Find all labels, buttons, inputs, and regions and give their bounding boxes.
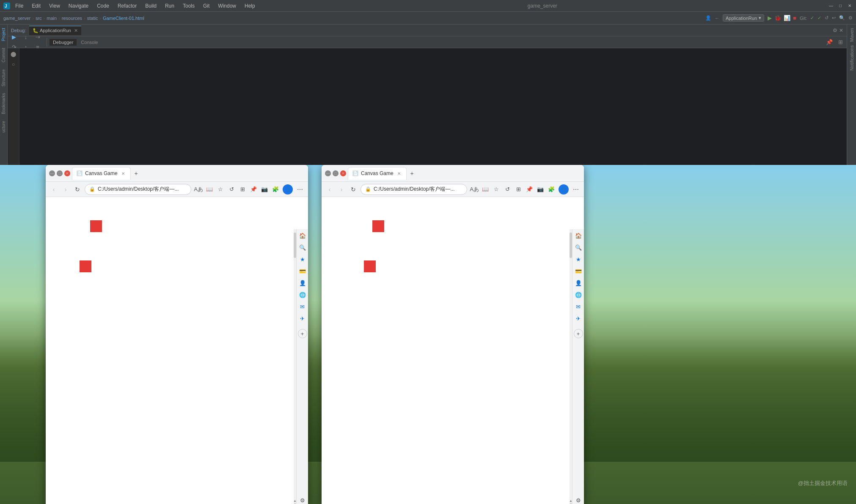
menu-code[interactable]: Code xyxy=(95,2,111,10)
browser-menu-left[interactable]: ⋯ xyxy=(295,185,305,194)
sidebar-ucture[interactable]: ucture xyxy=(0,118,7,136)
git-undo[interactable]: ↩ xyxy=(832,15,836,21)
browser-sidebar-search-right[interactable]: 🔍 xyxy=(574,243,583,252)
browser-sidebar-mail-right[interactable]: ✉ xyxy=(574,302,583,311)
browser-sidebar-globe-left[interactable]: 🌐 xyxy=(298,290,307,299)
tab-debugger[interactable]: Debugger xyxy=(50,39,77,46)
browser-scrollbar-right[interactable] xyxy=(570,229,572,504)
forward-arrow-right[interactable]: › xyxy=(337,185,346,194)
split-view-icon-right[interactable]: ⊞ xyxy=(514,185,523,194)
back-arrow-right[interactable]: ‹ xyxy=(325,185,334,194)
browser-max-left[interactable]: □ xyxy=(57,170,63,176)
screenshot-icon-left[interactable]: 📷 xyxy=(260,185,269,194)
breadcrumb-static[interactable]: static xyxy=(87,16,98,21)
stop-button[interactable]: ■ xyxy=(793,15,796,21)
browser-sidebar-chat-left[interactable]: ✈ xyxy=(298,314,307,323)
browser-sidebar-home-right[interactable]: 🏠 xyxy=(574,231,583,240)
profile-avatar-right[interactable]: 👤 xyxy=(559,184,569,194)
pin-tab-button[interactable]: 📌 xyxy=(825,38,834,47)
breadcrumb-project[interactable]: game_server xyxy=(3,16,30,21)
browser-close-left[interactable]: ✕ xyxy=(64,170,70,176)
browser-sidebar-chat-right[interactable]: ✈ xyxy=(574,314,583,323)
coverage-button[interactable]: 📊 xyxy=(784,15,790,21)
browser-sidebar-user-right[interactable]: 👤 xyxy=(574,278,583,288)
extension-icon-left[interactable]: 🧩 xyxy=(271,185,280,194)
breadcrumb-resources[interactable]: resources xyxy=(62,16,82,21)
favorites-icon-left[interactable]: ☆ xyxy=(216,185,225,194)
menu-run[interactable]: Run xyxy=(163,2,176,10)
browser-sidebar-settings-right[interactable]: ⚙ xyxy=(574,496,583,504)
browser-sidebar-home-left[interactable]: 🏠 xyxy=(298,231,307,240)
breadcrumb-main[interactable]: main xyxy=(47,16,57,21)
profile-avatar-left[interactable]: 👤 xyxy=(283,184,293,194)
browser-close-right[interactable]: ✕ xyxy=(340,170,346,176)
run-button[interactable]: ▶ xyxy=(768,15,772,21)
menu-help[interactable]: Help xyxy=(243,2,257,10)
search-icon[interactable]: 🔍 xyxy=(839,15,845,21)
debug-settings-icon[interactable]: ⚙ xyxy=(833,27,837,33)
browser-sidebar-user-left[interactable]: 👤 xyxy=(298,278,307,288)
debug-close-icon[interactable]: ✕ xyxy=(839,27,843,33)
browser-min-left[interactable]: — xyxy=(49,170,55,176)
menu-edit[interactable]: Edit xyxy=(30,2,42,10)
resume-button[interactable]: ▶ xyxy=(9,33,19,42)
notifications-label[interactable]: Notifications xyxy=(849,44,854,72)
close-button[interactable]: ✕ xyxy=(847,3,853,9)
translate-icon-right[interactable]: Aあ xyxy=(470,185,479,194)
extension-icon-right[interactable]: 🧩 xyxy=(547,185,556,194)
address-bar-left[interactable]: 🔒 C:/Users/admin/Desktop/客户端—... xyxy=(85,184,191,195)
reader-icon-left[interactable]: 📖 xyxy=(205,185,214,194)
sidebar-project[interactable]: Project xyxy=(0,25,7,44)
browser-sidebar-globe-right[interactable]: 🌐 xyxy=(574,290,583,299)
br-add-right[interactable]: + xyxy=(574,329,583,338)
mute-icon[interactable]: ○ xyxy=(9,60,18,68)
browser-sidebar-mail-left[interactable]: ✉ xyxy=(298,302,307,311)
menu-git[interactable]: Git xyxy=(201,2,211,10)
scroll-up-left[interactable]: ▲ xyxy=(293,499,297,503)
breadcrumb-file[interactable]: GameClient-01.html xyxy=(103,16,144,21)
tab-close-right[interactable]: ✕ xyxy=(396,170,402,176)
address-bar-right[interactable]: 🔒 C:/Users/admin/Desktop/客户端—... xyxy=(361,184,467,195)
browser-min-right[interactable]: — xyxy=(325,170,331,176)
refresh2-icon-right[interactable]: ↺ xyxy=(503,185,512,194)
maven-label[interactable]: Maven xyxy=(849,26,854,44)
breakpoints-icon[interactable]: ⬤ xyxy=(9,50,18,58)
new-tab-right[interactable]: + xyxy=(409,170,415,176)
browser-scrollbar-left[interactable] xyxy=(294,229,296,504)
sidebar-structure[interactable]: Structure xyxy=(0,66,7,90)
browser-sidebar-search-left[interactable]: 🔍 xyxy=(298,243,307,252)
vcs-icon[interactable]: 👤 xyxy=(705,15,711,21)
forward-arrow-left[interactable]: › xyxy=(61,185,70,194)
debug-tab-close[interactable]: ✕ xyxy=(74,28,78,33)
navigate-back-icon[interactable]: ← xyxy=(715,16,719,21)
settings-icon[interactable]: ⚙ xyxy=(848,15,853,21)
menu-refactor[interactable]: Refactor xyxy=(116,2,138,10)
browser-sidebar-wallet-left[interactable]: 💳 xyxy=(298,266,307,276)
translate-icon-left[interactable]: Aあ xyxy=(194,185,203,194)
step-into-button[interactable]: ↓ xyxy=(21,33,30,42)
scrollbar-thumb-right[interactable] xyxy=(570,233,572,258)
menu-tools[interactable]: Tools xyxy=(181,2,196,10)
maximize-button[interactable]: □ xyxy=(837,3,843,9)
menu-navigate[interactable]: Navigate xyxy=(67,2,90,10)
tab-console[interactable]: Console xyxy=(77,39,101,46)
git-refresh[interactable]: ↺ xyxy=(825,15,828,21)
restore-layout-button[interactable]: ⊞ xyxy=(836,38,845,47)
pin-icon-right[interactable]: 📌 xyxy=(525,185,534,194)
scrollbar-thumb-left[interactable] xyxy=(294,233,296,258)
browser-tab-right[interactable]: 📄 Canvas Game ✕ xyxy=(348,167,407,180)
back-arrow-left[interactable]: ‹ xyxy=(49,185,58,194)
sidebar-commit[interactable]: Commit xyxy=(0,44,7,66)
menu-view[interactable]: View xyxy=(47,2,62,10)
run-to-cursor-button[interactable]: ⇢ xyxy=(33,33,42,42)
browser-menu-right[interactable]: ⋯ xyxy=(571,185,581,194)
refresh2-icon-left[interactable]: ↺ xyxy=(227,185,236,194)
browser-sidebar-favorites-left[interactable]: ★ xyxy=(298,255,307,264)
refresh-left[interactable]: ↻ xyxy=(73,185,82,194)
git-check1[interactable]: ✓ xyxy=(810,15,814,21)
git-check2[interactable]: ✓ xyxy=(817,15,821,21)
menu-file[interactable]: File xyxy=(14,2,25,10)
browser-sidebar-wallet-right[interactable]: 💳 xyxy=(574,266,583,276)
breadcrumb-src[interactable]: src xyxy=(36,16,42,21)
browser-tab-left[interactable]: 📄 Canvas Game ✕ xyxy=(72,167,131,180)
